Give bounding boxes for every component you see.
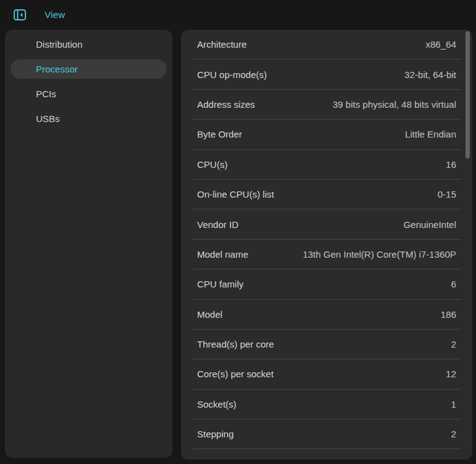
row-label: Core(s) per socket [197, 369, 273, 379]
detail-row: Core(s) per socket12 [181, 359, 472, 389]
sidebar-item-pcis[interactable]: PCIs [11, 84, 167, 103]
row-label: CPU op-mode(s) [197, 69, 267, 80]
sidebar-item-processor[interactable]: Processor [11, 59, 167, 79]
detail-row: Stepping2 [181, 419, 472, 449]
detail-row-content: Architecturex86_64 [181, 30, 472, 59]
sidebar-collapse-icon [14, 9, 26, 20]
sidebar-nav: DistributionProcessorPCIsUSBs [5, 30, 172, 458]
row-value: Little Endian [405, 129, 456, 139]
detail-row-content: Byte OrderLittle Endian [181, 120, 472, 149]
detail-row: CPU(s)16 [181, 150, 472, 180]
topbar: View [0, 0, 476, 29]
detail-row-content: Model186 [181, 300, 472, 329]
detail-row: Thread(s) per core2 [181, 330, 472, 359]
row-value: 12 [446, 369, 456, 379]
row-label: Socket(s) [197, 399, 236, 409]
row-label: CPU family [197, 279, 244, 289]
row-value: 2 [451, 429, 456, 439]
sidebar-toggle-button[interactable] [14, 9, 26, 20]
details-row-list: Architecturex86_64CPU op-mode(s)32-bit, … [181, 30, 472, 449]
detail-row-content: Model name13th Gen Intel(R) Core(TM) i7-… [181, 240, 472, 269]
detail-row: CPU family6 [181, 269, 472, 299]
sidebar-item-usbs[interactable]: USBs [11, 109, 167, 128]
detail-row-content: Socket(s)1 [181, 390, 472, 419]
row-value: 39 bits physical, 48 bits virtual [333, 99, 456, 110]
row-value: x86_64 [426, 39, 456, 50]
processor-details-panel: Architecturex86_64CPU op-mode(s)32-bit, … [181, 30, 472, 460]
detail-row-content: Stepping2 [181, 419, 472, 449]
scrollbar-thumb[interactable] [465, 31, 470, 159]
detail-row-content: On-line CPU(s) list0-15 [181, 180, 472, 209]
detail-row: Address sizes39 bits physical, 48 bits v… [181, 90, 472, 120]
detail-row-content: Address sizes39 bits physical, 48 bits v… [181, 90, 472, 119]
row-value: 6 [451, 279, 456, 289]
detail-row-content: CPU op-mode(s)32-bit, 64-bit [181, 59, 472, 89]
row-label: Vendor ID [197, 219, 239, 230]
view-menu[interactable]: View [45, 9, 65, 20]
detail-row-content: CPU family6 [181, 269, 472, 299]
row-value: GenuineIntel [403, 219, 456, 230]
detail-row: Architecturex86_64 [181, 30, 472, 59]
row-value: 0-15 [438, 189, 456, 199]
detail-row: Byte OrderLittle Endian [181, 120, 472, 149]
row-label: Stepping [197, 429, 234, 439]
row-label: On-line CPU(s) list [197, 189, 274, 199]
detail-row: Socket(s)1 [181, 390, 472, 419]
row-label: Thread(s) per core [197, 339, 274, 349]
row-label: CPU(s) [197, 159, 227, 170]
row-value: 1 [451, 399, 456, 409]
detail-row: Vendor IDGenuineIntel [181, 209, 472, 239]
row-label: Byte Order [197, 129, 242, 139]
detail-row: On-line CPU(s) list0-15 [181, 180, 472, 209]
detail-row: Model name13th Gen Intel(R) Core(TM) i7-… [181, 240, 472, 269]
row-label: Model [197, 309, 223, 320]
row-value: 2 [451, 339, 456, 349]
detail-row: Model186 [181, 300, 472, 330]
detail-row-content: Thread(s) per core2 [181, 330, 472, 359]
row-label: Model name [197, 249, 249, 260]
detail-row: CPU op-mode(s)32-bit, 64-bit [181, 59, 472, 89]
row-value: 13th Gen Intel(R) Core(TM) i7-1360P [302, 249, 456, 260]
row-divider [192, 449, 461, 449]
row-value: 32-bit, 64-bit [405, 69, 456, 80]
detail-row-content: Vendor IDGenuineIntel [181, 209, 472, 239]
row-label: Architecture [197, 39, 247, 50]
sidebar-item-distribution[interactable]: Distribution [11, 35, 167, 54]
detail-row-content: Core(s) per socket12 [181, 359, 472, 388]
row-label: Address sizes [197, 99, 255, 110]
detail-row-content: CPU(s)16 [181, 150, 472, 179]
row-value: 16 [446, 159, 456, 170]
row-value: 186 [441, 309, 456, 320]
